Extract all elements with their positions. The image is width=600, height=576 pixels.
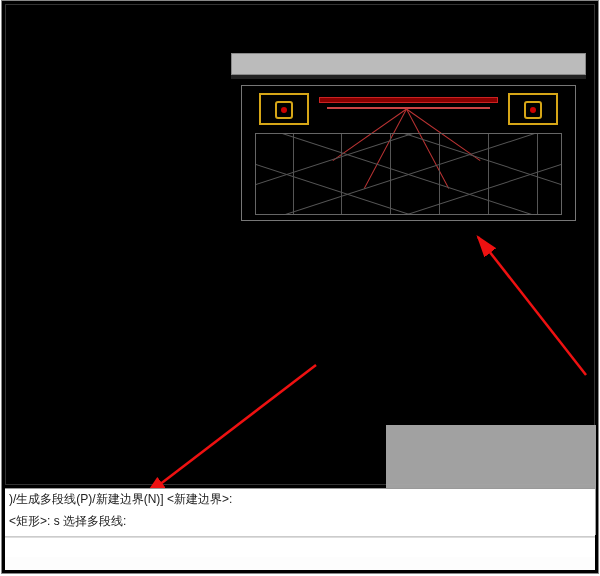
app-window: )/生成多段线(P)/新建边界(N)] <新建边界>: <矩形>: s 选择多段… [1,0,599,574]
beam-top [231,53,586,75]
cad-drawing [231,53,586,221]
command-panel: )/生成多段线(P)/新建边界(N)] <新建边界>: <矩形>: s 选择多段… [5,488,595,570]
truss-pattern [255,133,562,215]
fixture-right [508,93,558,125]
svg-line-1 [146,365,316,495]
svg-line-0 [478,237,586,375]
drawing-area-frame [5,4,595,485]
fixture-left [259,93,309,125]
red-circle-icon [275,101,293,119]
center-beam-line [327,107,490,109]
command-history: )/生成多段线(P)/新建边界(N)] <新建边界>: <矩形>: s 选择多段… [5,489,595,537]
model-viewport[interactable] [6,5,594,484]
red-circle-icon [524,101,542,119]
center-beam [319,97,498,103]
command-input-row [5,537,595,557]
divider-bar [231,75,586,79]
command-history-line: )/生成多段线(P)/新建边界(N)] <新建边界>: [9,491,591,507]
command-history-line: <矩形>: s 选择多段线: [9,513,591,529]
command-input[interactable] [9,541,591,555]
